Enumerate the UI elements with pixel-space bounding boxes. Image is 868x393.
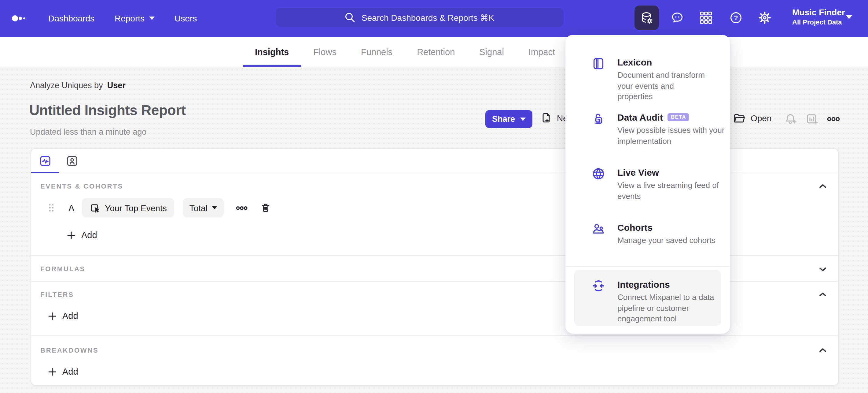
nav-dashboards-label: Dashboards <box>48 13 94 23</box>
analyze-value-dropdown[interactable]: User <box>107 81 126 90</box>
menu-item-title: Data AuditBETA <box>617 111 728 123</box>
section-breakdowns: BREAKDOWNS Add <box>31 335 838 386</box>
beta-badge: BETA <box>668 113 689 121</box>
tab-impact[interactable]: Impact <box>516 37 567 67</box>
help-button[interactable]: ? <box>728 10 743 25</box>
tab-funnels[interactable]: Funnels <box>349 37 405 67</box>
menu-item-cohorts[interactable]: Cohorts Manage your saved cohorts <box>574 209 721 264</box>
integrations-icon <box>591 279 606 326</box>
menu-item-live-view[interactable]: Live View View a live streaming feed of … <box>574 153 721 209</box>
mixpanel-app: Dashboards Reports Users Search Dashboar… <box>0 0 868 393</box>
event-name: Your Top Events <box>105 203 166 213</box>
database-gear-icon <box>640 11 653 25</box>
menu-item-title: Live View <box>617 167 725 178</box>
menu-item-desc: View possible issues with your implement… <box>617 125 728 146</box>
menu-item-title-text: Data Audit <box>617 111 663 123</box>
cohorts-icon <box>591 222 606 264</box>
tab-profiles-view[interactable] <box>67 155 78 166</box>
search-input[interactable]: Search Dashboards & Reports ⌘K <box>276 8 564 27</box>
collapse-chevron-up-icon[interactable] <box>818 289 828 299</box>
bell-plus-icon <box>784 113 797 125</box>
menu-item-desc: Connect Mixpanel to a data pipeline or c… <box>617 292 718 324</box>
create-alert-button[interactable] <box>784 113 797 125</box>
tab-insights-label: Insights <box>255 47 289 57</box>
plus-icon <box>67 231 75 239</box>
event-row: A Your Top Events Total <box>49 198 271 217</box>
chevron-down-icon[interactable] <box>846 15 852 19</box>
chevron-down-icon <box>520 117 525 121</box>
section-label: FORMULAS <box>40 265 85 273</box>
feedback-bubble-icon <box>670 10 685 25</box>
globe-icon <box>591 167 606 209</box>
open-report-button[interactable]: Open <box>733 112 772 124</box>
tab-impact-label: Impact <box>528 47 555 57</box>
top-nav: Dashboards Reports Users Search Dashboar… <box>0 0 868 37</box>
menu-item-title: Integrations <box>617 279 718 290</box>
menu-item-integrations[interactable]: Integrations Connect Mixpanel to a data … <box>574 270 721 326</box>
project-name: Music Finder <box>792 7 845 18</box>
nav-links: Dashboards Reports Users <box>48 0 197 37</box>
section-label: EVENTS & COHORTS <box>40 183 123 190</box>
analyze-prefix: Analyze Uniques by <box>30 81 103 90</box>
tab-signal-label: Signal <box>479 47 504 57</box>
nav-reports[interactable]: Reports <box>115 13 154 23</box>
menu-item-lexicon[interactable]: Lexicon Document and transform your even… <box>574 44 721 99</box>
tab-signal[interactable]: Signal <box>467 37 516 67</box>
menu-item-desc: Document and transform your events and p… <box>617 70 709 102</box>
report-tabbar: Insights Flows Funnels Retention Signal … <box>0 37 868 67</box>
nav-reports-label: Reports <box>115 13 145 23</box>
search-icon <box>345 12 355 23</box>
project-scope: All Project Data <box>792 18 845 26</box>
report-tabs: Insights Flows Funnels Retention Signal … <box>243 37 567 67</box>
feedback-button[interactable] <box>670 10 685 25</box>
add-label: Add <box>81 230 97 240</box>
tab-insights[interactable]: Insights <box>243 37 301 67</box>
collapse-chevron-up-icon[interactable] <box>818 181 828 191</box>
add-event-button[interactable]: Add <box>67 230 97 240</box>
add-filter-button[interactable]: Add <box>48 311 78 321</box>
event-more-button[interactable] <box>236 205 248 210</box>
updated-timestamp: Updated less than a minute ago <box>30 127 146 137</box>
nav-users-label: Users <box>175 13 197 23</box>
nav-users[interactable]: Users <box>175 13 197 23</box>
trash-icon <box>261 203 271 213</box>
ellipsis-icon <box>827 116 840 122</box>
drag-handle-icon[interactable] <box>49 204 54 212</box>
data-management-button[interactable] <box>634 5 659 30</box>
menu-item-data-audit[interactable]: Data AuditBETA View possible issues with… <box>574 99 721 153</box>
open-label: Open <box>751 113 772 123</box>
add-label: Add <box>62 311 78 321</box>
page-title[interactable]: Untitled Insights Report <box>29 102 186 119</box>
add-breakdown-button[interactable]: Add <box>48 367 78 376</box>
mixpanel-logo-icon[interactable] <box>11 15 28 22</box>
plus-icon <box>48 368 56 375</box>
folder-open-icon <box>733 112 745 124</box>
section-label: BREAKDOWNS <box>40 346 99 354</box>
collapse-chevron-up-icon[interactable] <box>818 345 828 355</box>
chart-plus-icon <box>806 113 818 125</box>
more-options-button[interactable] <box>827 116 840 122</box>
lexicon-icon <box>591 56 606 99</box>
pulse-chart-icon <box>40 155 51 166</box>
tab-retention[interactable]: Retention <box>405 37 467 67</box>
project-selector[interactable]: Music Finder All Project Data <box>792 7 845 26</box>
apps-grid-button[interactable] <box>699 10 713 25</box>
tab-events-view[interactable] <box>40 155 51 166</box>
menu-item-desc: Manage your saved cohorts <box>617 235 727 246</box>
chevron-down-icon <box>149 17 154 20</box>
expand-chevron-down-icon[interactable] <box>818 264 828 274</box>
nav-dashboards[interactable]: Dashboards <box>48 13 94 23</box>
help-icon: ? <box>728 10 743 25</box>
tab-flows[interactable]: Flows <box>301 37 349 67</box>
metric-value: Total <box>189 203 208 213</box>
menu-item-desc: View a live streaming feed of events <box>617 180 725 201</box>
tab-flows-label: Flows <box>313 47 337 57</box>
settings-button[interactable] <box>757 10 772 25</box>
share-button[interactable]: Share <box>485 110 532 128</box>
menu-divider <box>565 266 730 267</box>
delete-event-button[interactable] <box>261 203 271 213</box>
metric-dropdown[interactable]: Total <box>183 198 224 217</box>
add-to-dashboard-button[interactable] <box>806 113 818 125</box>
search-placeholder: Search Dashboards & Reports ⌘K <box>362 12 494 22</box>
event-selector-button[interactable]: Your Top Events <box>82 198 174 217</box>
